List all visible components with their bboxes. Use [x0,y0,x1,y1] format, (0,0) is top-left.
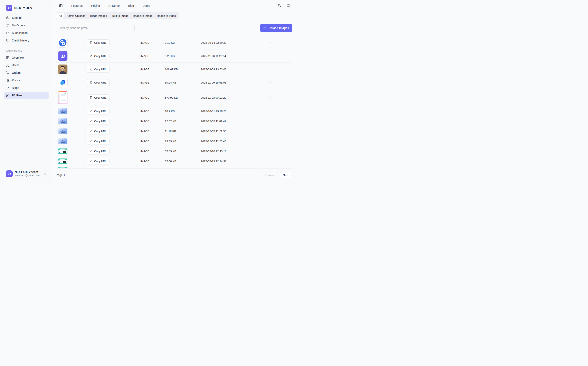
file-thumbnail[interactable] [58,64,68,74]
files-table: Copy URL IMAGE3.12 KB2025-09-14 23:30:23… [56,36,292,168]
theme-toggle-button[interactable] [286,3,291,8]
file-date: 2025-10-31 23:19:28 [196,110,251,113]
copy-icon [90,54,92,57]
file-type: IMAGE [130,120,160,123]
brand-link[interactable]: n NEXTY.DEV [6,5,51,11]
copy-url-button[interactable]: Copy URL [87,158,109,164]
copy-url-button[interactable]: Copy URL [87,94,109,101]
copy-url-button[interactable]: Copy URL [87,66,109,73]
file-thumbnail[interactable] [58,138,68,144]
sidebar-item-credit-history[interactable]: Credit History [4,37,49,44]
ellipsis-icon [268,130,272,133]
tab-image-to-video[interactable]: Image to Video [155,13,178,19]
row-menu-button[interactable] [267,149,273,153]
file-date: 2025-08-03 13:53:03 [196,68,251,71]
table-row: Copy URL IMAGE12.02 KB2025-12-05 11:09:4… [56,116,292,126]
file-size: 13.33 KB [160,140,196,143]
copy-url-button[interactable]: Copy URL [87,39,109,46]
file-type: IMAGE [130,140,160,143]
row-menu-button[interactable] [267,80,273,85]
sidebar-item-my-orders[interactable]: My Orders [4,22,49,29]
row-menu-button[interactable] [267,109,273,114]
account-menu-trigger[interactable]: n NEXTY.DEV team weijunext@gmail.com [4,168,49,179]
row-menu-button[interactable] [267,53,273,58]
panel-left-icon [59,4,63,8]
file-date: 2025-09-14 23:30:23 [196,41,251,44]
row-menu-button[interactable] [267,119,273,123]
copy-url-cell: Copy URL [87,118,130,124]
sidebar-item-orders[interactable]: Orders [4,69,49,76]
file-type: IMAGE [130,150,160,153]
table-row: Copy URL IMAGE11.18 KB2025-12-05 11:21:3… [56,126,292,136]
file-type: IMAGE [130,68,160,71]
sidebar: n NEXTY.DEV Settings My Orders Subscript… [2,1,51,182]
thumbnail-cell [56,108,87,114]
sidebar-item-overview[interactable]: Overview [4,54,49,61]
row-menu-button[interactable] [267,40,273,45]
sidebar-item-users[interactable]: Users [4,62,49,69]
file-thumbnail[interactable] [58,108,68,114]
tab-text-to-image[interactable]: Text to Image [109,13,130,19]
file-thumbnail[interactable]: + [58,78,68,87]
copy-url-button[interactable]: Copy URL [87,167,109,168]
file-thumbnail[interactable] [58,159,68,164]
row-actions-cell [251,139,292,144]
file-thumbnail[interactable] [58,129,68,134]
nav-link-features[interactable]: Features [71,4,83,7]
languages-icon [278,4,281,8]
copy-url-button[interactable]: Copy URL [87,138,109,145]
ellipsis-icon [268,120,272,123]
file-thumbnail[interactable]: n [58,51,68,61]
file-thumbnail[interactable] [58,167,68,168]
row-menu-button[interactable] [267,129,273,134]
nav-link-blog[interactable]: Blog [128,4,134,7]
tab-admin-uploads[interactable]: Admin Uploads [64,13,88,19]
tab-blogs-images[interactable]: Blogs Images [88,13,109,19]
copy-url-cell: Copy URL [87,128,130,134]
language-switch-button[interactable] [277,3,282,8]
copy-url-button[interactable]: Copy URL [87,148,109,154]
copy-url-button[interactable]: Copy URL [87,128,109,134]
row-menu-button[interactable] [267,95,273,100]
copy-icon [90,110,92,113]
copy-url-button[interactable]: Copy URL [87,108,109,114]
row-menu-button[interactable] [267,139,273,144]
file-type: IMAGE [130,110,160,113]
nav-dropdown-demo[interactable]: Demo [143,4,154,7]
nav-link-ai-demo[interactable]: AI Demo [108,4,120,7]
file-thumbnail[interactable] [58,38,68,48]
copy-url-button[interactable]: Copy URL [87,118,109,124]
sidebar-item-r2-files[interactable]: R2 Files [4,92,49,99]
sidebar-item-blogs[interactable]: Blogs [4,84,49,91]
copy-url-button[interactable]: Copy URL [87,53,109,59]
sidebar-toggle-button[interactable] [58,3,63,8]
previous-page-button[interactable]: Previous [262,172,278,178]
nav-link-pricing[interactable]: Pricing [91,4,100,7]
row-menu-button[interactable] [267,67,273,72]
copy-url-label: Copy URL [94,160,107,163]
tab-all[interactable]: All [56,13,64,19]
copy-url-label: Copy URL [94,96,107,99]
sidebar-item-settings[interactable]: Settings [4,14,49,21]
ellipsis-icon [268,41,272,44]
sidebar-item-subscription[interactable]: Subscription [4,30,49,36]
copy-url-button[interactable]: Copy URL [87,79,109,86]
topnav-links: FeaturesPricingAI DemoBlog Demo [71,4,154,7]
tab-image-to-image[interactable]: Image to Image [131,13,155,19]
cart-icon [6,71,10,75]
file-thumbnail[interactable] [58,118,68,124]
copy-url-cell: Copy URL [87,138,130,145]
file-size: 80.24 KB [160,81,196,84]
row-menu-button[interactable] [267,159,273,164]
file-thumbnail[interactable] [58,91,68,104]
file-thumbnail[interactable] [58,148,68,154]
file-size: 35.58 KB [160,160,196,163]
sidebar-item-prices[interactable]: Prices [4,77,49,84]
copy-icon [90,41,92,44]
copy-url-cell: Copy URL [87,66,130,73]
rss-icon [6,86,10,90]
next-page-button[interactable]: Next [280,172,291,178]
upload-images-button[interactable]: Upload Images [260,24,292,32]
filename-filter-input[interactable] [56,24,135,32]
filter-row: Upload Images [56,24,292,32]
